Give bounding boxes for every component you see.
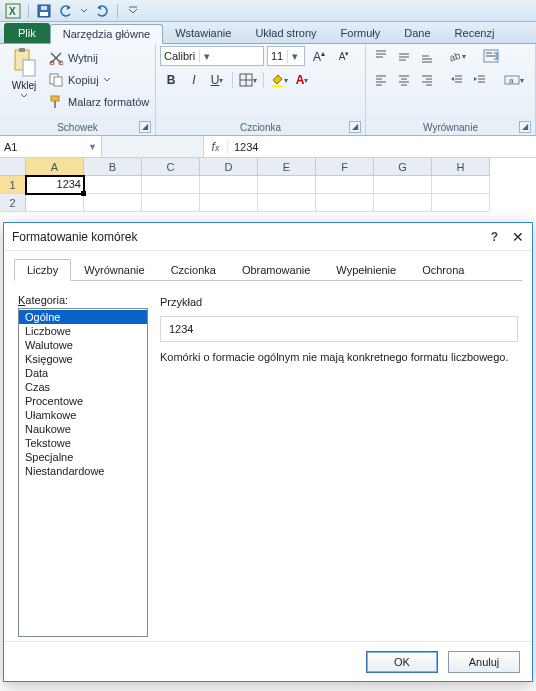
cell[interactable]	[142, 176, 200, 194]
cell[interactable]	[26, 194, 84, 212]
tab-file[interactable]: Plik	[4, 23, 50, 43]
bold-button[interactable]: B	[160, 70, 182, 90]
decrease-font-icon: A▾	[339, 50, 350, 62]
cell[interactable]	[432, 194, 490, 212]
dialog-launcher-icon[interactable]: ◢	[519, 121, 531, 133]
italic-button[interactable]: I	[183, 70, 205, 90]
dialog-launcher-icon[interactable]: ◢	[349, 121, 361, 133]
align-right-button[interactable]	[416, 70, 438, 90]
dialog-tab-number[interactable]: Liczby	[14, 259, 71, 281]
cell[interactable]	[200, 176, 258, 194]
dialog-tab-protection[interactable]: Ochrona	[409, 259, 477, 281]
underline-button[interactable]: U▾	[206, 70, 228, 90]
paste-button[interactable]: Wklej	[4, 46, 44, 99]
increase-font-button[interactable]: A▴	[308, 46, 330, 66]
tab-page-layout[interactable]: Układ strony	[243, 23, 328, 43]
cell[interactable]	[200, 194, 258, 212]
cell[interactable]	[432, 176, 490, 194]
list-item[interactable]: Niestandardowe	[19, 464, 147, 478]
format-painter-button[interactable]: Malarz formatów	[48, 92, 149, 112]
column-header[interactable]: C	[142, 158, 200, 176]
align-bottom-button[interactable]	[416, 46, 438, 66]
list-item[interactable]: Księgowe	[19, 352, 147, 366]
save-icon[interactable]	[35, 3, 53, 19]
cancel-button[interactable]: Anuluj	[448, 651, 520, 673]
formula-input[interactable]: 1234	[228, 141, 536, 153]
tab-formulas[interactable]: Formuły	[329, 23, 393, 43]
tab-insert[interactable]: Wstawianie	[163, 23, 243, 43]
font-size-combo[interactable]: 11 ▾	[267, 46, 305, 66]
cell[interactable]	[316, 194, 374, 212]
column-header[interactable]: G	[374, 158, 432, 176]
chevron-down-icon: ▾	[199, 50, 213, 63]
fill-color-button[interactable]: ▾	[268, 70, 290, 90]
column-header[interactable]: A	[26, 158, 84, 176]
cell[interactable]	[142, 194, 200, 212]
excel-app-icon[interactable]: X	[4, 3, 22, 19]
list-item[interactable]: Walutowe	[19, 338, 147, 352]
cell[interactable]	[258, 176, 316, 194]
qat-customize-icon[interactable]	[124, 3, 142, 19]
chevron-down-icon: ▾	[287, 50, 301, 63]
decrease-font-button[interactable]: A▾	[333, 46, 355, 66]
tab-review[interactable]: Recenzj	[443, 23, 507, 43]
column-header[interactable]: D	[200, 158, 258, 176]
cell[interactable]	[258, 194, 316, 212]
list-item[interactable]: Tekstowe	[19, 436, 147, 450]
dialog-tab-border[interactable]: Obramowanie	[229, 259, 323, 281]
undo-icon[interactable]	[57, 3, 75, 19]
column-header[interactable]: B	[84, 158, 142, 176]
wrap-text-button[interactable]	[480, 46, 502, 66]
undo-dropdown-icon[interactable]	[79, 3, 89, 19]
name-box[interactable]: A1 ▼	[0, 136, 102, 157]
close-button[interactable]: ✕	[512, 229, 524, 245]
list-item[interactable]: Ogólne	[19, 310, 147, 324]
align-center-button[interactable]	[393, 70, 415, 90]
row-header[interactable]: 1	[0, 176, 26, 194]
align-left-button[interactable]	[370, 70, 392, 90]
cell[interactable]	[316, 176, 374, 194]
category-listbox[interactable]: Ogólne Liczbowe Walutowe Księgowe Data C…	[18, 308, 148, 637]
list-item[interactable]: Czas	[19, 380, 147, 394]
decrease-indent-button[interactable]	[446, 70, 468, 90]
column-header[interactable]: E	[258, 158, 316, 176]
svg-rect-7	[19, 48, 25, 52]
font-color-button[interactable]: A ▾	[291, 70, 313, 90]
dialog-launcher-icon[interactable]: ◢	[139, 121, 151, 133]
svg-rect-13	[51, 96, 59, 101]
row-header[interactable]: 2	[0, 194, 26, 212]
cell[interactable]	[374, 194, 432, 212]
dialog-tab-alignment[interactable]: Wyrównanie	[71, 259, 157, 281]
cell[interactable]	[374, 176, 432, 194]
copy-button[interactable]: Kopiuj	[48, 70, 149, 90]
borders-button[interactable]: ▾	[237, 70, 259, 90]
select-all-corner[interactable]	[0, 158, 26, 176]
column-header[interactable]: F	[316, 158, 374, 176]
align-top-button[interactable]	[370, 46, 392, 66]
orientation-button[interactable]: ab▾	[446, 46, 468, 66]
tab-data[interactable]: Dane	[392, 23, 442, 43]
column-header[interactable]: H	[432, 158, 490, 176]
list-item[interactable]: Specjalne	[19, 450, 147, 464]
redo-icon[interactable]	[93, 3, 111, 19]
list-item[interactable]: Procentowe	[19, 394, 147, 408]
cut-button[interactable]: Wytnij	[48, 48, 149, 68]
merge-center-button[interactable]: a▾	[503, 70, 525, 90]
font-name-combo[interactable]: Calibri ▾	[160, 46, 264, 66]
cell[interactable]	[84, 176, 142, 194]
fx-button[interactable]: fx	[204, 140, 228, 154]
ok-button[interactable]: OK	[366, 651, 438, 673]
cell-a1[interactable]: 1234	[26, 176, 84, 194]
cell[interactable]	[84, 194, 142, 212]
increase-indent-button[interactable]	[469, 70, 491, 90]
list-item[interactable]: Liczbowe	[19, 324, 147, 338]
help-button[interactable]: ?	[491, 230, 498, 244]
list-item[interactable]: Naukowe	[19, 422, 147, 436]
align-middle-button[interactable]	[393, 46, 415, 66]
dialog-tab-fill[interactable]: Wypełnienie	[323, 259, 409, 281]
sample-value: 1234	[169, 323, 193, 335]
list-item[interactable]: Ułamkowe	[19, 408, 147, 422]
dialog-tab-font[interactable]: Czcionka	[158, 259, 229, 281]
tab-home[interactable]: Narzędzia główne	[50, 24, 163, 44]
list-item[interactable]: Data	[19, 366, 147, 380]
